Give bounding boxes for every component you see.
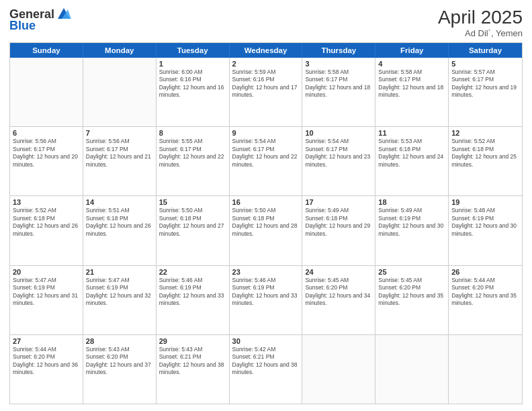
day-number: 27 <box>13 337 80 345</box>
calendar-cell: 13Sunrise: 5:52 AM Sunset: 6:18 PM Dayli… <box>10 196 83 265</box>
day-info: Sunrise: 5:57 AM Sunset: 6:17 PM Dayligh… <box>451 68 519 99</box>
day-of-week-thursday: Thursday <box>302 43 375 58</box>
calendar-cell: 3Sunrise: 5:58 AM Sunset: 6:17 PM Daylig… <box>302 58 375 126</box>
calendar-row-1: 6Sunrise: 5:56 AM Sunset: 6:17 PM Daylig… <box>10 127 522 196</box>
day-of-week-tuesday: Tuesday <box>157 43 230 58</box>
day-number: 25 <box>378 268 445 276</box>
day-info: Sunrise: 5:46 AM Sunset: 6:19 PM Dayligh… <box>232 277 300 308</box>
day-number: 28 <box>86 337 153 345</box>
logo-icon <box>56 7 71 21</box>
calendar-cell: 2Sunrise: 5:59 AM Sunset: 6:16 PM Daylig… <box>230 58 303 126</box>
day-number: 21 <box>86 268 153 276</box>
calendar-cell: 12Sunrise: 5:52 AM Sunset: 6:18 PM Dayli… <box>449 127 522 195</box>
calendar-cell <box>375 335 449 404</box>
header: General Blue April 2025 Ad Dil`, Yemen <box>9 7 523 38</box>
day-info: Sunrise: 5:54 AM Sunset: 6:17 PM Dayligh… <box>305 138 372 169</box>
day-info: Sunrise: 5:50 AM Sunset: 6:18 PM Dayligh… <box>159 207 226 238</box>
calendar-cell: 1Sunrise: 6:00 AM Sunset: 6:16 PM Daylig… <box>157 58 230 126</box>
day-info: Sunrise: 5:45 AM Sunset: 6:20 PM Dayligh… <box>305 277 372 308</box>
day-info: Sunrise: 5:43 AM Sunset: 6:20 PM Dayligh… <box>86 346 153 377</box>
calendar-row-4: 27Sunrise: 5:44 AM Sunset: 6:20 PM Dayli… <box>10 335 522 404</box>
calendar-header: SundayMondayTuesdayWednesdayThursdayFrid… <box>10 43 522 58</box>
day-number: 29 <box>159 337 226 345</box>
day-info: Sunrise: 5:45 AM Sunset: 6:20 PM Dayligh… <box>378 277 445 308</box>
day-number: 7 <box>86 129 153 137</box>
day-info: Sunrise: 5:52 AM Sunset: 6:18 PM Dayligh… <box>13 207 80 238</box>
day-of-week-monday: Monday <box>83 43 157 58</box>
day-info: Sunrise: 5:56 AM Sunset: 6:17 PM Dayligh… <box>13 138 80 169</box>
page: General Blue April 2025 Ad Dil`, Yemen S… <box>0 0 532 411</box>
calendar-cell <box>10 58 83 126</box>
day-info: Sunrise: 5:47 AM Sunset: 6:19 PM Dayligh… <box>13 277 80 308</box>
day-number: 30 <box>232 337 300 345</box>
day-number: 8 <box>159 129 226 137</box>
calendar-cell: 24Sunrise: 5:45 AM Sunset: 6:20 PM Dayli… <box>302 266 375 334</box>
calendar-cell: 14Sunrise: 5:51 AM Sunset: 6:18 PM Dayli… <box>83 196 157 265</box>
logo-blue: Blue <box>9 19 36 33</box>
day-info: Sunrise: 5:44 AM Sunset: 6:20 PM Dayligh… <box>451 277 519 308</box>
calendar-cell: 22Sunrise: 5:46 AM Sunset: 6:19 PM Dayli… <box>157 266 230 334</box>
day-info: Sunrise: 5:43 AM Sunset: 6:21 PM Dayligh… <box>159 346 226 377</box>
calendar-cell <box>302 335 375 404</box>
calendar-cell: 8Sunrise: 5:55 AM Sunset: 6:17 PM Daylig… <box>157 127 230 195</box>
day-info: Sunrise: 5:53 AM Sunset: 6:18 PM Dayligh… <box>378 138 445 169</box>
day-info: Sunrise: 5:59 AM Sunset: 6:16 PM Dayligh… <box>232 68 300 99</box>
day-info: Sunrise: 5:55 AM Sunset: 6:17 PM Dayligh… <box>159 138 226 169</box>
location: Ad Dil`, Yemen <box>438 28 523 38</box>
calendar-cell: 10Sunrise: 5:54 AM Sunset: 6:17 PM Dayli… <box>302 127 375 195</box>
day-info: Sunrise: 5:44 AM Sunset: 6:20 PM Dayligh… <box>13 346 80 377</box>
day-number: 18 <box>378 198 445 206</box>
calendar-cell <box>449 335 522 404</box>
day-number: 20 <box>13 268 80 276</box>
calendar-cell: 17Sunrise: 5:49 AM Sunset: 6:18 PM Dayli… <box>302 196 375 265</box>
calendar-cell: 4Sunrise: 5:58 AM Sunset: 6:17 PM Daylig… <box>375 58 449 126</box>
day-info: Sunrise: 5:58 AM Sunset: 6:17 PM Dayligh… <box>305 68 372 99</box>
day-number: 16 <box>232 198 300 206</box>
day-number: 14 <box>86 198 153 206</box>
day-number: 9 <box>232 129 300 137</box>
calendar-cell: 21Sunrise: 5:47 AM Sunset: 6:19 PM Dayli… <box>83 266 157 334</box>
day-info: Sunrise: 5:47 AM Sunset: 6:19 PM Dayligh… <box>86 277 153 308</box>
day-number: 17 <box>305 198 372 206</box>
calendar-cell: 28Sunrise: 5:43 AM Sunset: 6:20 PM Dayli… <box>83 335 157 404</box>
calendar: SundayMondayTuesdayWednesdayThursdayFrid… <box>9 42 523 404</box>
day-info: Sunrise: 5:58 AM Sunset: 6:17 PM Dayligh… <box>378 68 445 99</box>
calendar-cell: 16Sunrise: 5:50 AM Sunset: 6:18 PM Dayli… <box>230 196 303 265</box>
calendar-cell: 9Sunrise: 5:54 AM Sunset: 6:17 PM Daylig… <box>230 127 303 195</box>
day-number: 12 <box>451 129 519 137</box>
calendar-row-2: 13Sunrise: 5:52 AM Sunset: 6:18 PM Dayli… <box>10 196 522 265</box>
day-info: Sunrise: 5:50 AM Sunset: 6:18 PM Dayligh… <box>232 207 300 238</box>
calendar-cell: 18Sunrise: 5:49 AM Sunset: 6:19 PM Dayli… <box>375 196 449 265</box>
month-year: April 2025 <box>438 7 523 28</box>
day-number: 4 <box>378 60 445 68</box>
day-number: 1 <box>159 60 226 68</box>
calendar-cell <box>83 58 157 126</box>
day-info: Sunrise: 5:54 AM Sunset: 6:17 PM Dayligh… <box>232 138 300 169</box>
day-of-week-friday: Friday <box>375 43 449 58</box>
day-info: Sunrise: 5:46 AM Sunset: 6:19 PM Dayligh… <box>159 277 226 308</box>
calendar-row-0: 1Sunrise: 6:00 AM Sunset: 6:16 PM Daylig… <box>10 58 522 127</box>
day-info: Sunrise: 5:49 AM Sunset: 6:18 PM Dayligh… <box>305 207 372 238</box>
calendar-cell: 15Sunrise: 5:50 AM Sunset: 6:18 PM Dayli… <box>157 196 230 265</box>
day-number: 11 <box>378 129 445 137</box>
day-info: Sunrise: 5:52 AM Sunset: 6:18 PM Dayligh… <box>451 138 519 169</box>
day-number: 15 <box>159 198 226 206</box>
logo: General Blue <box>9 7 71 33</box>
day-info: Sunrise: 5:56 AM Sunset: 6:17 PM Dayligh… <box>86 138 153 169</box>
day-of-week-wednesday: Wednesday <box>230 43 303 58</box>
day-info: Sunrise: 5:48 AM Sunset: 6:19 PM Dayligh… <box>451 207 519 238</box>
day-number: 5 <box>451 60 519 68</box>
day-info: Sunrise: 5:49 AM Sunset: 6:19 PM Dayligh… <box>378 207 445 238</box>
calendar-cell: 25Sunrise: 5:45 AM Sunset: 6:20 PM Dayli… <box>375 266 449 334</box>
day-of-week-sunday: Sunday <box>10 43 83 58</box>
day-number: 24 <box>305 268 372 276</box>
calendar-cell: 5Sunrise: 5:57 AM Sunset: 6:17 PM Daylig… <box>449 58 522 126</box>
calendar-cell: 23Sunrise: 5:46 AM Sunset: 6:19 PM Dayli… <box>230 266 303 334</box>
calendar-cell: 6Sunrise: 5:56 AM Sunset: 6:17 PM Daylig… <box>10 127 83 195</box>
day-of-week-saturday: Saturday <box>449 43 522 58</box>
day-number: 13 <box>13 198 80 206</box>
calendar-cell: 20Sunrise: 5:47 AM Sunset: 6:19 PM Dayli… <box>10 266 83 334</box>
calendar-cell: 11Sunrise: 5:53 AM Sunset: 6:18 PM Dayli… <box>375 127 449 195</box>
calendar-cell: 30Sunrise: 5:42 AM Sunset: 6:21 PM Dayli… <box>230 335 303 404</box>
day-info: Sunrise: 6:00 AM Sunset: 6:16 PM Dayligh… <box>159 68 226 99</box>
